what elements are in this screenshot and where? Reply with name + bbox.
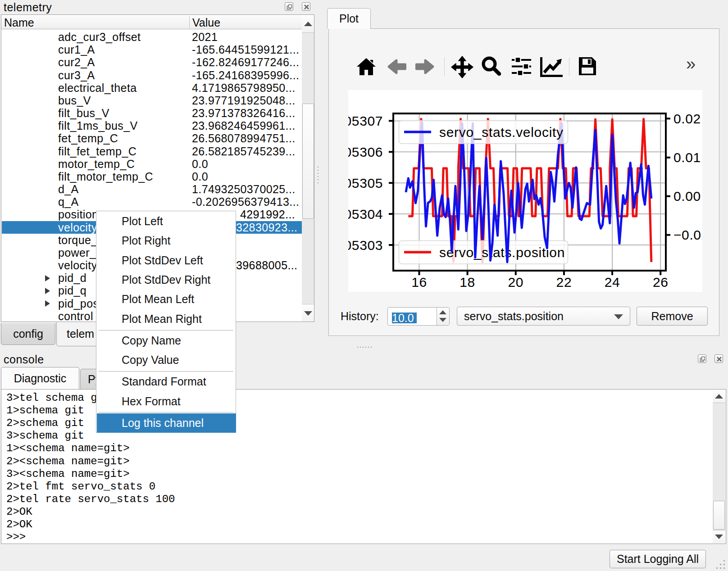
svg-text:18: 18 <box>460 275 475 290</box>
svg-text:05306: 05306 <box>348 145 383 159</box>
svg-text:22: 22 <box>556 275 572 290</box>
svg-text:24: 24 <box>605 275 620 290</box>
svg-text:26: 26 <box>653 275 669 290</box>
svg-text:0.00: 0.00 <box>673 189 701 204</box>
svg-text:16: 16 <box>411 275 427 290</box>
svg-text:05307: 05307 <box>348 113 383 128</box>
svg-text:05303: 05303 <box>348 238 383 253</box>
svg-text:20: 20 <box>508 275 524 290</box>
svg-text:05305: 05305 <box>348 176 383 190</box>
svg-text:05304: 05304 <box>348 207 383 222</box>
svg-text:0.01: 0.01 <box>673 150 701 165</box>
svg-text:servo_stats.velocity: servo_stats.velocity <box>439 125 564 140</box>
svg-text:0.02: 0.02 <box>673 111 701 126</box>
svg-text:−0.01: −0.01 <box>673 227 702 242</box>
